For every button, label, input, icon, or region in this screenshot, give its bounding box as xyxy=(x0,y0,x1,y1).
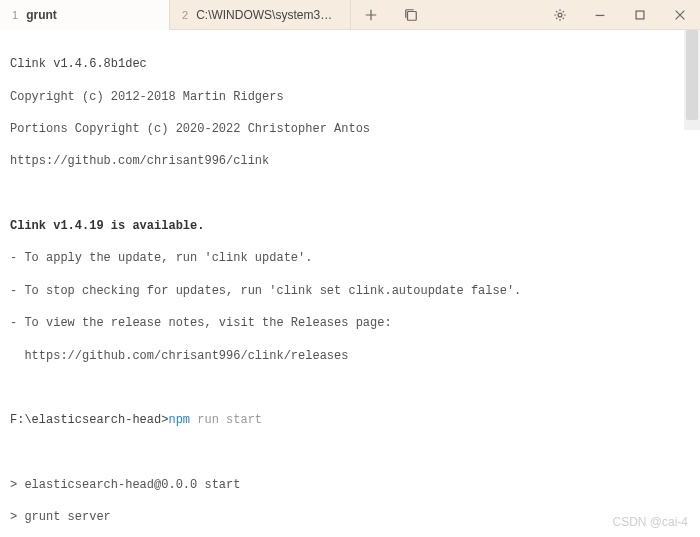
update-note-3: - To view the release notes, visit the R… xyxy=(10,315,690,331)
portions-copyright-line: Portions Copyright (c) 2020-2022 Christo… xyxy=(10,121,690,137)
tab-title: grunt xyxy=(26,8,57,22)
watermark: CSDN @cai-4 xyxy=(612,515,688,529)
vertical-scrollbar[interactable] xyxy=(684,30,700,130)
update-available-header: Clink v1.4.19 is available. xyxy=(10,218,690,234)
npm-output-1: > elasticsearch-head@0.0.0 start xyxy=(10,477,690,493)
tabs-overview-button[interactable] xyxy=(391,0,431,29)
plus-icon xyxy=(364,8,378,22)
minimize-icon xyxy=(593,8,607,22)
gear-icon xyxy=(553,8,567,22)
copyright-line: Copyright (c) 2012-2018 Martin Ridgers xyxy=(10,89,690,105)
new-tab-button[interactable] xyxy=(351,0,391,29)
tab-index: 1 xyxy=(12,9,18,21)
prompt-line: F:\elasticsearch-head>npm run start xyxy=(10,412,690,428)
tab-2[interactable]: 2 C:\WINDOWS\system3… xyxy=(170,0,351,29)
update-releases-url: https://github.com/chrisant996/clink/rel… xyxy=(10,348,690,364)
cmd-run: run xyxy=(190,413,226,427)
terminal-output[interactable]: Clink v1.4.6.8b1dec Copyright (c) 2012-2… xyxy=(0,30,700,537)
svg-point-1 xyxy=(558,13,562,17)
scrollbar-thumb[interactable] xyxy=(686,30,698,120)
close-button[interactable] xyxy=(660,0,700,29)
maximize-icon xyxy=(633,8,647,22)
blank-line xyxy=(10,380,690,396)
tab-1[interactable]: 1 grunt xyxy=(0,0,170,30)
clink-version-line: Clink v1.4.6.8b1dec xyxy=(10,56,690,72)
update-note-2: - To stop checking for updates, run 'cli… xyxy=(10,283,690,299)
prompt-path: F:\elasticsearch-head> xyxy=(10,413,168,427)
maximize-button[interactable] xyxy=(620,0,660,29)
tab-title: C:\WINDOWS\system3… xyxy=(196,8,332,22)
svg-rect-2 xyxy=(636,11,644,19)
svg-rect-0 xyxy=(408,11,417,20)
minimize-button[interactable] xyxy=(580,0,620,29)
cmd-start: start xyxy=(226,413,262,427)
cmd-npm: npm xyxy=(168,413,190,427)
blank-line xyxy=(10,445,690,461)
tabs-icon xyxy=(404,8,418,22)
title-bar: 1 grunt 2 C:\WINDOWS\system3… xyxy=(0,0,700,30)
tab-index: 2 xyxy=(182,9,188,21)
clink-repo-url: https://github.com/chrisant996/clink xyxy=(10,153,690,169)
blank-line xyxy=(10,186,690,202)
close-icon xyxy=(673,8,687,22)
update-note-1: - To apply the update, run 'clink update… xyxy=(10,250,690,266)
titlebar-spacer xyxy=(431,0,540,29)
npm-output-2: > grunt server xyxy=(10,509,690,525)
settings-button[interactable] xyxy=(540,0,580,29)
